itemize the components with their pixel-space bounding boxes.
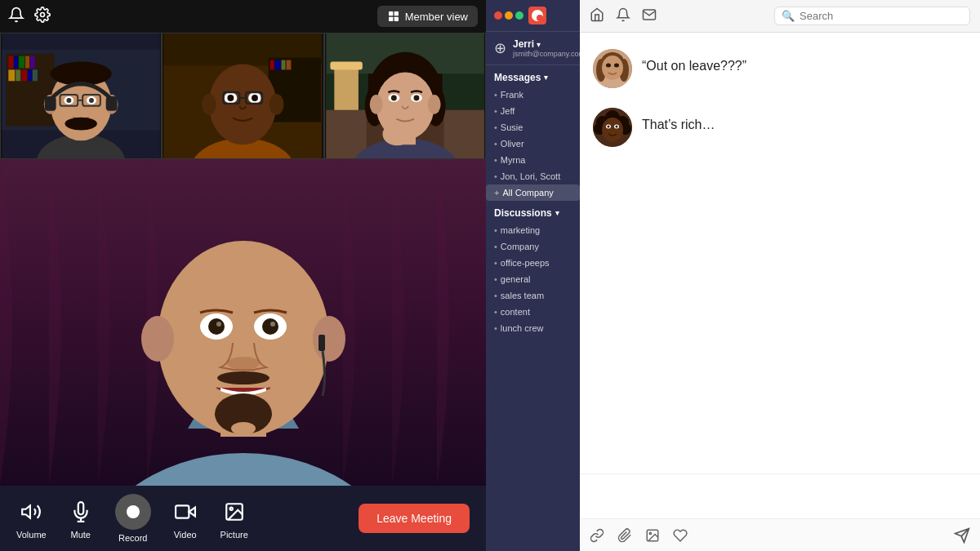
messages-dropdown-icon: ▾ (544, 73, 548, 82)
sidebar-item-general[interactable]: general (486, 271, 580, 287)
svg-marker-94 (189, 508, 195, 517)
main-video (0, 159, 486, 486)
svg-point-45 (270, 94, 284, 115)
sidebar-item-all-company[interactable]: All Company (486, 184, 580, 201)
svg-rect-12 (30, 56, 35, 69)
svg-rect-14 (16, 69, 20, 81)
svg-rect-3 (389, 17, 393, 21)
search-icon: 🔍 (782, 10, 795, 22)
leave-meeting-button[interactable]: Leave Meeting (359, 504, 470, 533)
message-text-2: That’s rich… (642, 108, 715, 134)
link-icon[interactable] (590, 528, 604, 543)
sidebar-item-office-peeps[interactable]: office-peeps (486, 255, 580, 271)
picture-icon (220, 497, 249, 527)
svg-point-73 (382, 123, 412, 146)
picture-label: Picture (220, 530, 248, 540)
svg-rect-37 (270, 60, 274, 70)
messages-list: Frank Jeff Susie Oliver Myrna Jon, Lori,… (486, 87, 580, 201)
search-input[interactable] (800, 10, 963, 22)
chat-input[interactable] (580, 474, 980, 515)
member-view-label: Member view (405, 11, 468, 23)
heart-icon[interactable] (673, 528, 688, 543)
video-button[interactable]: Video (171, 497, 200, 540)
chat-input-area (580, 473, 980, 551)
sidebar: ⊕ Jerri ▾ jsmith@company.com Messages ▾ … (486, 0, 580, 551)
svg-rect-10 (19, 56, 24, 69)
thumbnail-1[interactable] (0, 33, 162, 159)
app-icon (528, 7, 546, 24)
svg-rect-9 (14, 56, 18, 69)
chat-topbar: 🔍 (580, 0, 980, 33)
svg-point-33 (65, 118, 96, 131)
thumbnail-2[interactable] (162, 33, 323, 159)
svg-rect-8 (8, 56, 13, 69)
svg-rect-16 (28, 69, 32, 81)
message-text-1: “Out on leave???” (642, 49, 746, 75)
record-button[interactable]: Record (115, 494, 151, 543)
video-label: Video (174, 530, 197, 540)
video-topbar: Member view (0, 0, 486, 33)
svg-point-68 (427, 95, 440, 114)
home-icon[interactable] (590, 7, 604, 25)
svg-point-32 (89, 98, 94, 103)
svg-point-84 (262, 318, 278, 335)
volume-button[interactable]: Volume (16, 497, 47, 540)
svg-point-44 (202, 94, 216, 115)
add-contact-button[interactable]: ⊕ (494, 41, 506, 56)
message-row-2: That’s rich… (593, 108, 967, 147)
svg-rect-2 (394, 11, 398, 16)
message-row-1: “Out on leave???” (593, 49, 967, 88)
svg-rect-4 (394, 17, 398, 21)
bell-icon[interactable] (8, 7, 24, 26)
member-view-button[interactable]: Member view (377, 6, 478, 27)
sidebar-item-content[interactable]: content (486, 304, 580, 320)
user-name: Jerri (513, 38, 534, 50)
sidebar-item-myrna[interactable]: Myrna (486, 152, 580, 168)
sidebar-item-lunch-crew[interactable]: lunch crew (486, 320, 580, 336)
topbar-icons (8, 7, 51, 26)
sidebar-item-oliver[interactable]: Oliver (486, 136, 580, 152)
gear-icon[interactable] (34, 7, 51, 26)
svg-rect-80 (318, 335, 325, 351)
picture-button[interactable]: Picture (220, 497, 249, 540)
svg-rect-40 (287, 60, 292, 70)
sidebar-item-sales-team[interactable]: sales team (486, 287, 580, 304)
messages-header[interactable]: Messages ▾ (486, 65, 580, 87)
thumbnail-3[interactable] (324, 33, 486, 159)
svg-point-85 (216, 322, 221, 327)
email-icon[interactable] (642, 7, 657, 25)
svg-rect-38 (275, 60, 281, 70)
controls-bar: Volume Mute Record (0, 486, 486, 551)
sidebar-item-susie[interactable]: Susie (486, 119, 580, 136)
discussions-header[interactable]: Discussions ▾ (486, 201, 580, 222)
send-icon[interactable] (954, 527, 970, 544)
svg-point-116 (616, 126, 618, 128)
sidebar-user-section: ⊕ Jerri ▾ jsmith@company.com (486, 32, 580, 65)
svg-rect-15 (21, 69, 27, 81)
sidebar-item-company[interactable]: Company (486, 238, 580, 255)
image-icon[interactable] (645, 528, 660, 543)
svg-rect-59 (330, 62, 362, 70)
svg-point-115 (608, 126, 610, 128)
svg-point-72 (413, 96, 419, 101)
svg-rect-28 (106, 96, 118, 111)
attachment-icon[interactable] (617, 528, 632, 543)
svg-rect-95 (176, 505, 189, 518)
chat-toolbar (580, 518, 980, 551)
search-box: 🔍 (774, 7, 970, 25)
svg-point-49 (252, 95, 258, 101)
svg-marker-91 (23, 505, 31, 518)
sidebar-item-frank[interactable]: Frank (486, 87, 580, 103)
svg-rect-11 (25, 56, 29, 69)
svg-rect-27 (45, 96, 56, 111)
svg-point-105 (614, 64, 619, 68)
sidebar-item-jon-lori-scott[interactable]: Jon, Lori, Scott (486, 168, 580, 184)
mute-button[interactable]: Mute (66, 497, 96, 540)
notification-icon[interactable] (616, 7, 630, 25)
sidebar-item-marketing[interactable]: marketing (486, 222, 580, 238)
volume-icon (16, 497, 46, 527)
sidebar-item-jeff[interactable]: Jeff (486, 103, 580, 119)
svg-rect-39 (282, 60, 286, 70)
svg-rect-57 (443, 110, 483, 158)
dropdown-icon[interactable]: ▾ (537, 40, 541, 49)
